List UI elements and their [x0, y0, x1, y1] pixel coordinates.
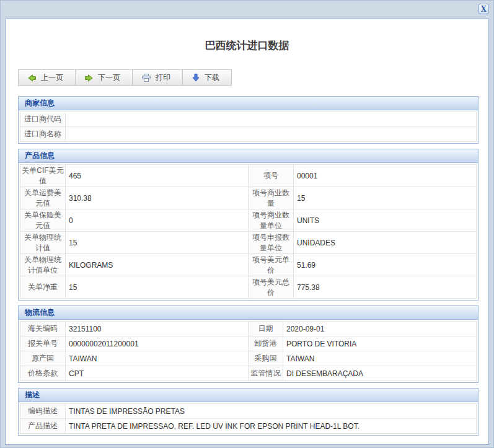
table-row: 编码描述 TINTAS DE IMPRESSÃO PRETAS — [20, 404, 477, 419]
dialog-content-panel: 巴西统计进口数据 上一页 下一页 — [5, 19, 489, 445]
field-label: 项号美元总价 — [249, 276, 294, 299]
field-label: 采购国 — [249, 351, 283, 366]
field-label: 价格条款 — [20, 366, 66, 381]
table-row: 原产国 TAIWAN 采购国 TAIWAN — [20, 351, 477, 366]
arrow-down-icon — [192, 74, 200, 82]
section-title: 产品信息 — [19, 149, 478, 163]
field-label: 监管情况 — [249, 366, 283, 381]
dialog-titlebar[interactable]: X — [1, 1, 493, 19]
field-label: 关单物理统计值 — [20, 232, 66, 254]
close-button[interactable]: X — [479, 4, 489, 14]
field-value: 465 — [66, 165, 249, 187]
field-label: 进口商名称 — [20, 127, 66, 142]
field-label: 项号商业数量单位 — [249, 209, 294, 232]
field-value: 15 — [294, 187, 477, 209]
section-title: 描述 — [19, 389, 478, 402]
field-value: DI DESEMBARAÇADA — [283, 366, 477, 381]
section-title: 商家信息 — [19, 97, 478, 110]
field-label: 关单保险美元值 — [20, 209, 66, 232]
field-value: CPT — [66, 366, 249, 381]
section-logistics-info: 物流信息 海关编码 32151100 日期 2020-09-01 报关单号 00… — [18, 305, 479, 383]
prev-page-button[interactable]: 上一页 — [19, 70, 76, 86]
field-value: TINTA PRETA DE IMPRESSAO, REF. LED UV IN… — [66, 419, 477, 434]
field-value: KILOGRAMS — [66, 254, 249, 276]
table-row: 关单保险美元值 0 项号商业数量单位 UNITS — [20, 209, 477, 232]
field-label: 关单CIF美元值 — [20, 165, 66, 187]
field-value: PORTO DE VITORIA — [283, 336, 477, 351]
table-row: 关单物理统计值单位 KILOGRAMS 项号美元单价 51.69 — [20, 254, 477, 276]
table-row: 进口商名称 — [20, 127, 477, 142]
table-row: 海关编码 32151100 日期 2020-09-01 — [20, 322, 477, 336]
section-merchant-info: 商家信息 进口商代码 进口商名称 — [18, 96, 479, 144]
section-description: 描述 编码描述 TINTAS DE IMPRESSÃO PRETAS 产品描述 … — [18, 388, 479, 436]
table-row: 关单净重 15 项号美元总价 775.38 — [20, 276, 477, 299]
field-label: 报关单号 — [20, 336, 66, 351]
field-value — [66, 112, 477, 127]
field-label: 关单净重 — [20, 276, 66, 299]
table-row: 产品描述 TINTA PRETA DE IMPRESSAO, REF. LED … — [20, 419, 477, 434]
field-value: 15 — [66, 276, 249, 299]
field-label: 项号美元单价 — [249, 254, 294, 276]
table-row: 价格条款 CPT 监管情况 DI DESEMBARAÇADA — [20, 366, 477, 381]
download-button[interactable]: 下载 — [183, 70, 231, 86]
field-value: TAIWAN — [66, 351, 249, 366]
field-value — [66, 127, 477, 142]
field-label: 卸货港 — [249, 336, 283, 351]
field-label: 编码描述 — [20, 404, 66, 419]
prev-page-label: 上一页 — [41, 72, 63, 83]
field-value: 32151100 — [66, 322, 249, 336]
section-body: 进口商代码 进口商名称 — [19, 110, 478, 143]
table-row: 关单物理统计值 15 项号申报数量单位 UNIDADES — [20, 232, 477, 254]
field-value: 775.38 — [294, 276, 477, 299]
field-label: 日期 — [249, 322, 283, 336]
table-row: 进口商代码 — [20, 112, 477, 127]
field-value: 00000002011200001 — [66, 336, 249, 351]
section-body: 海关编码 32151100 日期 2020-09-01 报关单号 0000000… — [19, 320, 478, 382]
field-value: 2020-09-01 — [283, 322, 477, 336]
next-page-label: 下一页 — [98, 72, 120, 83]
next-page-button[interactable]: 下一页 — [76, 70, 133, 86]
field-label: 关单运费美元值 — [20, 187, 66, 209]
field-label: 关单物理统计值单位 — [20, 254, 66, 276]
field-value: UNITS — [294, 209, 477, 232]
section-title: 物流信息 — [19, 306, 478, 320]
arrow-left-icon — [28, 74, 36, 82]
section-body: 关单CIF美元值 465 项号 00001 关单运费美元值 310.38 项号商… — [19, 163, 478, 300]
download-label: 下载 — [205, 72, 219, 83]
field-label: 产品描述 — [20, 419, 66, 434]
field-value: 00001 — [294, 165, 477, 187]
field-value: TAIWAN — [283, 351, 477, 366]
printer-icon — [142, 74, 151, 82]
field-label: 项号 — [249, 165, 294, 187]
toolbar: 上一页 下一页 打印 — [18, 69, 232, 86]
field-label: 项号申报数量单位 — [249, 232, 294, 254]
field-value: 310.38 — [66, 187, 249, 209]
field-value: UNIDADES — [294, 232, 477, 254]
field-label: 进口商代码 — [20, 112, 66, 127]
field-value: 51.69 — [294, 254, 477, 276]
section-body: 编码描述 TINTAS DE IMPRESSÃO PRETAS 产品描述 TIN… — [19, 402, 478, 435]
field-label: 项号商业数量 — [249, 187, 294, 209]
print-label: 打印 — [156, 72, 170, 83]
table-row: 关单CIF美元值 465 项号 00001 — [20, 165, 477, 187]
arrow-right-icon — [85, 74, 93, 82]
table-row: 报关单号 00000002011200001 卸货港 PORTO DE VITO… — [20, 336, 477, 351]
field-value: 0 — [66, 209, 249, 232]
section-product-info: 产品信息 关单CIF美元值 465 项号 00001 关单运费美元值 310.3… — [18, 149, 479, 301]
field-value: TINTAS DE IMPRESSÃO PRETAS — [66, 404, 477, 419]
page-title: 巴西统计进口数据 — [6, 38, 488, 53]
print-button[interactable]: 打印 — [133, 70, 183, 86]
field-label: 海关编码 — [20, 322, 66, 336]
dialog-window: X 巴西统计进口数据 上一页 下一页 — [0, 0, 494, 448]
field-value: 15 — [66, 232, 249, 254]
close-icon: X — [481, 6, 487, 13]
table-row: 关单运费美元值 310.38 项号商业数量 15 — [20, 187, 477, 209]
field-label: 原产国 — [20, 351, 66, 366]
